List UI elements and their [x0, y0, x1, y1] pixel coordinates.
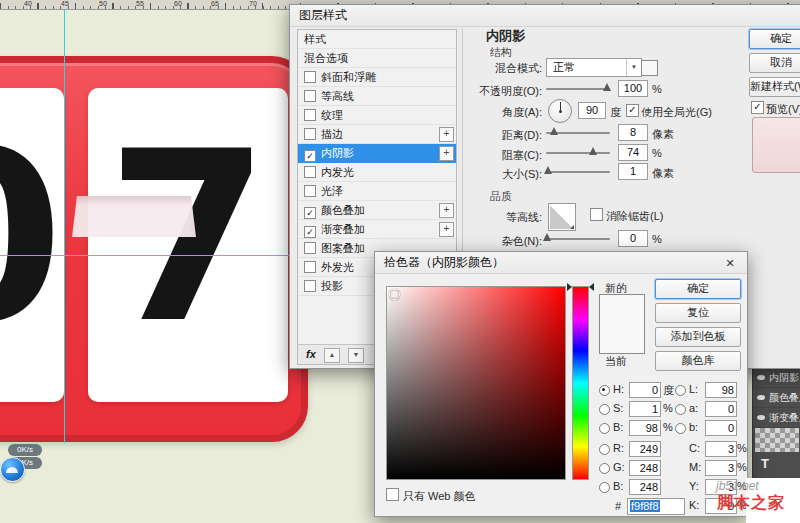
checkbox-checked-icon[interactable]: ✓	[304, 226, 316, 238]
slider-track[interactable]	[546, 88, 610, 90]
type-layer-icon[interactable]: T	[761, 456, 769, 471]
opacity-slider[interactable]	[546, 81, 610, 94]
styles-header-row[interactable]: 样式	[298, 30, 456, 49]
slider-handle[interactable]	[544, 166, 552, 174]
angle-dial[interactable]	[548, 99, 572, 123]
style-item-texture[interactable]: 纹理	[298, 106, 456, 125]
web-colors-checkbox[interactable]	[386, 488, 399, 501]
new-style-button[interactable]: 新建样式(W)...	[749, 77, 800, 97]
color-libraries-button[interactable]: 颜色库	[655, 351, 741, 371]
vertical-guide[interactable]	[64, 9, 65, 443]
s-input[interactable]: 1	[629, 401, 661, 417]
angle-input[interactable]: 90	[578, 102, 606, 119]
checkbox-icon[interactable]	[304, 280, 316, 292]
eye-icon[interactable]	[757, 395, 765, 400]
hex-value[interactable]: f9f8f8	[630, 500, 660, 512]
fx-icon[interactable]: fx	[306, 348, 316, 360]
style-item-gradient-overlay[interactable]: ✓渐变叠加 +	[298, 220, 456, 239]
move-effect-up-icon[interactable]: ▲	[324, 348, 340, 363]
c-input[interactable]: 3	[705, 441, 737, 457]
checkbox-icon[interactable]	[304, 185, 316, 197]
effect-row-inner-shadow[interactable]: 内阴影	[753, 368, 800, 388]
blend-mode-dropdown[interactable]: 正常 ▼	[546, 58, 642, 77]
ok-button[interactable]: 确定	[749, 29, 800, 49]
hex-input[interactable]: f9f8f8	[627, 498, 685, 515]
a-radio[interactable]	[675, 404, 686, 415]
g-input[interactable]: 248	[629, 460, 661, 476]
size-slider[interactable]	[546, 164, 610, 177]
eye-icon[interactable]	[757, 375, 765, 380]
noise-slider[interactable]	[546, 231, 610, 244]
b2-radio[interactable]	[599, 482, 610, 493]
add-effect-icon[interactable]: +	[439, 222, 454, 237]
network-speed-icon[interactable]	[0, 457, 25, 482]
checkbox-icon[interactable]	[304, 71, 316, 83]
current-color-swatch[interactable]	[600, 324, 644, 353]
new-current-swatch[interactable]	[599, 294, 645, 354]
style-item-bevel-emboss[interactable]: 斜面和浮雕	[298, 68, 456, 87]
distance-input[interactable]: 8	[618, 124, 648, 141]
move-effect-down-icon[interactable]: ▼	[348, 348, 364, 363]
style-item-color-overlay[interactable]: ✓颜色叠加 +	[298, 201, 456, 220]
a-input[interactable]: 0	[705, 401, 737, 417]
l-radio[interactable]	[675, 385, 686, 396]
add-effect-icon[interactable]: +	[439, 127, 454, 142]
noise-input[interactable]: 0	[618, 230, 648, 247]
checkbox-checked-icon[interactable]: ✓	[304, 207, 316, 219]
checkbox-checked-icon[interactable]: ✓	[304, 150, 316, 162]
slider-handle[interactable]	[589, 147, 597, 155]
slider-handle[interactable]	[603, 83, 611, 91]
hue-marker-right-icon[interactable]	[589, 283, 594, 291]
shadow-color-swatch[interactable]	[641, 60, 658, 76]
m-input[interactable]: 3	[705, 460, 737, 476]
b-radio[interactable]	[599, 423, 610, 434]
r-input[interactable]: 249	[629, 441, 661, 457]
choke-slider[interactable]	[546, 145, 610, 158]
checkbox-icon[interactable]	[304, 109, 316, 121]
add-to-swatches-button[interactable]: 添加到色板	[655, 327, 741, 347]
effect-row-color-overlay[interactable]: 颜色叠加	[753, 388, 800, 408]
checkbox-icon[interactable]	[304, 242, 316, 254]
slider-track[interactable]	[546, 152, 610, 154]
style-item-stroke[interactable]: 描边 +	[298, 125, 456, 144]
style-item-inner-glow[interactable]: 内发光	[298, 163, 456, 182]
distance-slider[interactable]	[546, 125, 610, 138]
cancel-button[interactable]: 取消	[749, 53, 800, 73]
color-field-marker[interactable]	[389, 289, 400, 300]
slider-handle[interactable]	[550, 127, 558, 135]
picker-reset-button[interactable]: 复位	[655, 303, 741, 323]
color-picker-titlebar[interactable]: 拾色器（内阴影颜色）	[375, 252, 747, 274]
checkbox-icon[interactable]	[304, 90, 316, 102]
blending-options-row[interactable]: 混合选项	[298, 49, 456, 68]
slider-handle[interactable]	[543, 233, 551, 241]
checkbox-icon[interactable]	[304, 166, 316, 178]
layer-style-dialog-titlebar[interactable]: 图层样式	[290, 5, 800, 27]
g-radio[interactable]	[599, 463, 610, 474]
checkbox-icon[interactable]	[304, 261, 316, 273]
b2-input[interactable]: 248	[629, 479, 661, 495]
style-item-inner-shadow[interactable]: ✓内阴影 +	[298, 144, 456, 163]
hue-slider[interactable]	[572, 286, 589, 480]
picker-ok-button[interactable]: 确定	[655, 279, 741, 299]
h-input[interactable]: 0	[629, 382, 661, 398]
lab-b-input[interactable]: 0	[705, 420, 737, 436]
s-radio[interactable]	[599, 404, 610, 415]
lab-b-radio[interactable]	[675, 423, 686, 434]
antialias-checkbox[interactable]	[590, 208, 603, 221]
contour-thumbnail[interactable]	[548, 203, 576, 231]
slider-track[interactable]	[546, 238, 610, 240]
h-radio[interactable]	[599, 385, 610, 396]
slider-track[interactable]	[546, 171, 610, 173]
b-input[interactable]: 98	[629, 420, 661, 436]
chevron-down-icon[interactable]: ▼	[626, 59, 641, 76]
color-field[interactable]	[386, 286, 566, 480]
add-effect-icon[interactable]: +	[439, 146, 454, 161]
l-input[interactable]: 98	[705, 382, 737, 398]
hue-marker-left-icon[interactable]	[567, 283, 572, 291]
style-item-satin[interactable]: 光泽	[298, 182, 456, 201]
choke-input[interactable]: 74	[618, 144, 648, 161]
effect-row-gradient-overlay[interactable]: 渐变叠加	[753, 408, 800, 428]
close-icon[interactable]: ✕	[721, 255, 739, 271]
eye-icon[interactable]	[757, 415, 765, 420]
checkbox-icon[interactable]	[304, 128, 316, 140]
